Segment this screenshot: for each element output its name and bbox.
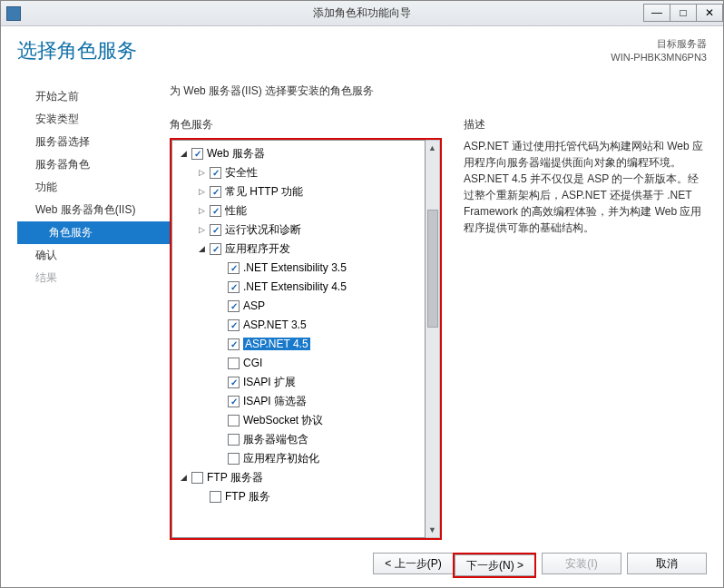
nav-item-3[interactable]: 服务器角色 bbox=[17, 153, 170, 176]
tree-item-label[interactable]: 运行状况和诊断 bbox=[225, 222, 301, 238]
scroll-down-arrow-icon[interactable]: ▼ bbox=[426, 523, 439, 537]
cancel-button[interactable]: 取消 bbox=[627, 553, 707, 574]
nav-item-6[interactable]: 角色服务 bbox=[17, 221, 170, 244]
checkbox[interactable] bbox=[210, 243, 221, 255]
tree-item-label[interactable]: ASP bbox=[243, 299, 265, 312]
checkbox[interactable] bbox=[210, 186, 221, 198]
vertical-scrollbar[interactable]: ▲ ▼ bbox=[426, 140, 440, 538]
tree-row[interactable]: ISAPI 扩展 bbox=[174, 373, 423, 392]
tree-item-label[interactable]: ISAPI 筛选器 bbox=[243, 394, 307, 409]
expand-icon[interactable] bbox=[196, 186, 207, 197]
scroll-thumb[interactable] bbox=[427, 210, 438, 328]
tree-row[interactable]: 应用程序开发 bbox=[174, 240, 423, 259]
collapse-icon[interactable] bbox=[178, 472, 189, 483]
expand-icon[interactable] bbox=[196, 167, 207, 178]
checkbox[interactable] bbox=[228, 358, 240, 369]
expand-icon[interactable] bbox=[196, 205, 207, 216]
expander-spacer bbox=[214, 434, 225, 445]
expander-spacer bbox=[214, 453, 225, 464]
checkbox[interactable] bbox=[228, 281, 240, 293]
tree-item-label[interactable]: 应用程序开发 bbox=[225, 241, 290, 257]
tree-row[interactable]: 服务器端包含 bbox=[174, 430, 423, 449]
page-title: 选择角色服务 bbox=[17, 37, 137, 65]
expander-spacer bbox=[214, 377, 225, 387]
target-server-value: WIN-PHBK3MN6PN3 bbox=[611, 51, 707, 64]
footer-buttons: < 上一步(P) 下一步(N) > 安装(I) 取消 bbox=[170, 540, 707, 578]
scroll-up-arrow-icon[interactable]: ▲ bbox=[426, 141, 439, 155]
description-column: 描述 ASP.NET 通过使用托管代码为构建网站和 Web 应用程序向服务器端提… bbox=[442, 117, 707, 540]
tree-item-label[interactable]: ISAPI 扩展 bbox=[243, 375, 296, 390]
checkbox[interactable] bbox=[228, 377, 240, 388]
expand-icon[interactable] bbox=[196, 224, 207, 235]
nav-item-8: 结果 bbox=[17, 267, 170, 289]
next-button-highlight: 下一步(N) > bbox=[453, 553, 536, 578]
tree-item-label[interactable]: ASP.NET 4.5 bbox=[243, 338, 310, 350]
minimize-button[interactable]: — bbox=[643, 4, 670, 22]
checkbox[interactable] bbox=[191, 472, 203, 484]
tree-row[interactable]: FTP 服务 bbox=[174, 487, 423, 506]
next-button[interactable]: 下一步(N) > bbox=[455, 554, 534, 576]
checkbox[interactable] bbox=[191, 148, 203, 160]
main-panel: 为 Web 服务器(IIS) 选择要安装的角色服务 角色服务 Web 服务器安全… bbox=[170, 83, 707, 578]
checkbox[interactable] bbox=[228, 434, 240, 446]
tree-row[interactable]: CGI bbox=[174, 354, 423, 373]
close-button[interactable]: ✕ bbox=[696, 4, 723, 22]
tree-item-label[interactable]: CGI bbox=[243, 357, 262, 369]
tree-row[interactable]: FTP 服务器 bbox=[174, 468, 423, 487]
tree-row[interactable]: 性能 bbox=[174, 201, 423, 220]
expander-spacer bbox=[214, 415, 225, 426]
checkbox[interactable] bbox=[228, 300, 240, 312]
tree-highlight-frame: Web 服务器安全性常见 HTTP 功能性能运行状况和诊断应用程序开发.NET … bbox=[170, 138, 442, 540]
checkbox[interactable] bbox=[210, 167, 221, 179]
nav-item-0[interactable]: 开始之前 bbox=[17, 85, 170, 108]
nav-item-2[interactable]: 服务器选择 bbox=[17, 131, 170, 153]
maximize-button[interactable]: □ bbox=[670, 4, 697, 22]
tree-row[interactable]: 应用程序初始化 bbox=[174, 449, 423, 468]
checkbox[interactable] bbox=[228, 338, 240, 350]
tree-item-label[interactable]: FTP 服务器 bbox=[207, 470, 263, 485]
window-title: 添加角色和功能向导 bbox=[313, 5, 411, 21]
tree-row[interactable]: .NET Extensibility 3.5 bbox=[174, 259, 423, 278]
collapse-icon[interactable] bbox=[196, 243, 207, 254]
tree-item-label[interactable]: .NET Extensibility 3.5 bbox=[243, 261, 347, 274]
checkbox[interactable] bbox=[210, 491, 221, 503]
checkbox[interactable] bbox=[228, 396, 240, 407]
tree-row[interactable]: 运行状况和诊断 bbox=[174, 220, 423, 240]
tree-item-label[interactable]: ASP.NET 3.5 bbox=[243, 318, 307, 331]
role-services-column: 角色服务 Web 服务器安全性常见 HTTP 功能性能运行状况和诊断应用程序开发… bbox=[170, 117, 442, 540]
collapse-icon[interactable] bbox=[178, 148, 189, 159]
checkbox[interactable] bbox=[210, 205, 221, 217]
tree-item-label[interactable]: 性能 bbox=[225, 203, 247, 219]
header-row: 选择角色服务 目标服务器 WIN-PHBK3MN6PN3 bbox=[17, 37, 707, 65]
tree-item-label[interactable]: Web 服务器 bbox=[207, 146, 265, 162]
tree-item-label[interactable]: 服务器端包含 bbox=[243, 432, 308, 447]
nav-item-5[interactable]: Web 服务器角色(IIS) bbox=[17, 199, 170, 221]
tree-row[interactable]: ASP.NET 3.5 bbox=[174, 316, 423, 335]
tree-row[interactable]: 安全性 bbox=[174, 163, 423, 182]
checkbox[interactable] bbox=[228, 453, 240, 465]
tree-item-label[interactable]: FTP 服务 bbox=[225, 489, 270, 505]
checkbox[interactable] bbox=[228, 319, 240, 331]
tree-item-label[interactable]: 常见 HTTP 功能 bbox=[225, 184, 303, 200]
nav-item-1[interactable]: 安装类型 bbox=[17, 108, 170, 131]
tree-item-label[interactable]: WebSocket 协议 bbox=[243, 413, 323, 428]
tree-row[interactable]: ASP bbox=[174, 297, 423, 316]
nav-item-7[interactable]: 确认 bbox=[17, 244, 170, 267]
tree-row[interactable]: 常见 HTTP 功能 bbox=[174, 182, 423, 201]
tree-item-label[interactable]: 应用程序初始化 bbox=[243, 451, 319, 466]
nav-item-4[interactable]: 功能 bbox=[17, 176, 170, 199]
tree-row[interactable]: Web 服务器 bbox=[174, 144, 423, 163]
checkbox[interactable] bbox=[210, 224, 221, 236]
tree-row[interactable]: ASP.NET 4.5 bbox=[174, 335, 423, 354]
previous-button[interactable]: < 上一步(P) bbox=[373, 553, 453, 574]
tree-row[interactable]: ISAPI 筛选器 bbox=[174, 392, 423, 411]
description-text: ASP.NET 通过使用托管代码为构建网站和 Web 应用程序向服务器端提供面向… bbox=[464, 138, 707, 236]
role-services-tree[interactable]: Web 服务器安全性常见 HTTP 功能性能运行状况和诊断应用程序开发.NET … bbox=[171, 140, 426, 538]
tree-row[interactable]: .NET Extensibility 4.5 bbox=[174, 278, 423, 297]
tree-row[interactable]: WebSocket 协议 bbox=[174, 411, 423, 430]
checkbox[interactable] bbox=[228, 415, 240, 426]
tree-item-label[interactable]: 安全性 bbox=[225, 165, 258, 181]
tree-item-label[interactable]: .NET Extensibility 4.5 bbox=[243, 280, 347, 293]
expander-spacer bbox=[214, 319, 225, 330]
checkbox[interactable] bbox=[228, 262, 240, 274]
